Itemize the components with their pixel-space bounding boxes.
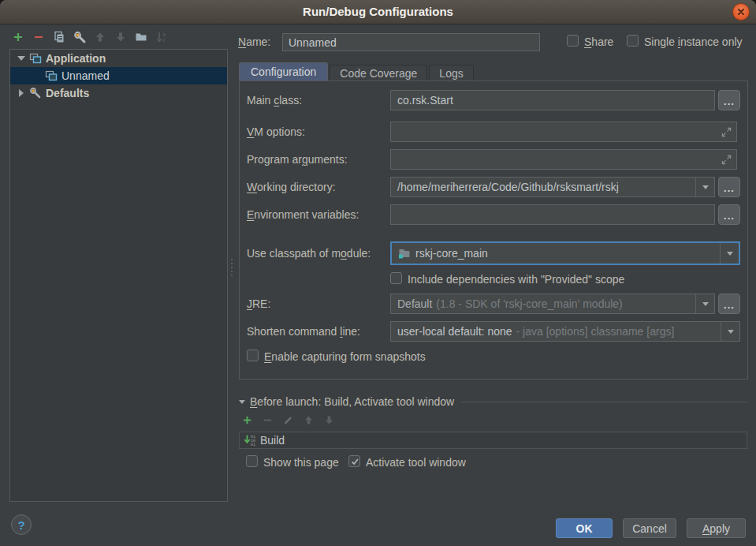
tab-logs[interactable]: Logs [429, 65, 473, 81]
show-this-page-label: Show this page [263, 456, 339, 469]
activate-tool-window-label: Activate tool window [366, 456, 466, 469]
titlebar[interactable]: Run/Debug Configurations [0, 0, 756, 24]
close-button[interactable] [732, 3, 750, 21]
defaults-wrench-icon [29, 87, 42, 99]
dropdown-arrow[interactable] [720, 243, 739, 264]
vm-options-field[interactable] [390, 122, 737, 142]
vm-options-label: VM options: [247, 125, 305, 138]
remove-task-button[interactable] [261, 413, 274, 426]
show-this-page-checkbox[interactable] [246, 455, 258, 467]
copy-configuration-button[interactable] [52, 30, 66, 44]
question-mark-icon: ? [17, 518, 24, 532]
checkmark-icon [350, 457, 359, 466]
before-launch-toolbar [240, 413, 335, 426]
plus-icon [13, 32, 24, 43]
environment-variables-field[interactable] [390, 204, 715, 225]
svg-text:01: 01 [251, 443, 255, 447]
sort-alphabetically-icon: a z [155, 31, 168, 43]
shorten-command-line-value: user-local default: none [397, 325, 512, 338]
jre-combobox[interactable]: Default (1.8 - SDK of 'rskj-core_main' m… [390, 294, 715, 314]
main-class-field[interactable]: co.rsk.Start [390, 90, 715, 110]
tree-item-application[interactable]: Application [10, 50, 227, 67]
working-directory-value: /home/meriherrera/Code/Github/rsksmart/r… [397, 181, 619, 193]
add-configuration-button[interactable] [11, 30, 25, 44]
sort-configurations-button[interactable]: a z [155, 30, 169, 44]
shorten-command-line-label: Shorten command line: [247, 325, 360, 338]
tree-item-label: Defaults [46, 87, 89, 99]
move-down-button[interactable] [114, 30, 128, 44]
sidebar-toolbar: a z [11, 30, 169, 44]
expand-arrow-icon[interactable] [17, 89, 26, 97]
help-button[interactable]: ? [11, 514, 32, 535]
use-classpath-value: rskj-core_main [415, 247, 488, 260]
collapse-arrow-icon[interactable] [17, 56, 26, 61]
use-classpath-combobox[interactable]: rskj-core_main [390, 241, 740, 265]
chevron-down-icon [702, 185, 709, 189]
expand-field-icon[interactable] [721, 155, 732, 165]
module-icon [398, 247, 411, 260]
run-debug-configurations-dialog: Run/Debug Configurations [0, 0, 756, 546]
settings-tabs: Configuration Code Coverage Logs [239, 62, 474, 81]
apply-button[interactable]: Apply [687, 518, 746, 538]
divider [461, 402, 747, 402]
share-label: Share [584, 36, 613, 48]
expand-field-icon[interactable] [721, 127, 732, 137]
tab-code-coverage[interactable]: Code Coverage [330, 65, 427, 81]
edit-task-button[interactable] [281, 413, 294, 426]
share-checkbox[interactable] [567, 35, 579, 47]
name-input[interactable] [282, 33, 540, 51]
enable-snapshots-checkbox[interactable] [247, 350, 259, 361]
folder-icon [135, 31, 147, 43]
before-launch-header[interactable]: Before launch: Build, Activate tool wind… [239, 395, 747, 408]
chevron-down-icon [727, 252, 733, 256]
application-icon [29, 52, 42, 65]
copy-icon [53, 31, 65, 43]
use-classpath-label: Use classpath of module: [247, 247, 371, 260]
wrench-icon [73, 31, 87, 44]
tree-item-label: Unnamed [61, 69, 110, 82]
collapse-arrow-icon [239, 400, 245, 404]
working-directory-combobox[interactable]: /home/meriherrera/Code/Github/rsksmart/r… [390, 177, 715, 197]
single-instance-label: Single instance only [644, 36, 743, 48]
working-directory-browse-button[interactable]: ... [718, 177, 740, 197]
close-icon [737, 8, 745, 16]
cancel-button[interactable]: Cancel [623, 518, 676, 538]
svg-text:z: z [162, 37, 166, 43]
jre-hint: (1.8 - SDK of 'rskj-core_main' module) [436, 297, 622, 310]
jre-value: Default [397, 297, 432, 310]
include-provided-label: Include dependencies with "Provided" sco… [408, 273, 624, 286]
add-task-button[interactable] [240, 413, 253, 426]
single-instance-checkbox[interactable] [627, 35, 639, 47]
environment-variables-browse-button[interactable]: ... [718, 204, 740, 225]
minus-icon [33, 32, 44, 43]
chevron-down-icon [728, 330, 734, 334]
move-up-button[interactable] [93, 30, 107, 44]
dropdown-arrow[interactable] [695, 294, 714, 313]
configurations-tree: Application Unnamed Defaults [9, 49, 228, 502]
tab-configuration[interactable]: Configuration [239, 62, 328, 81]
environment-variables-label: Environment variables: [247, 208, 359, 221]
move-task-up-button[interactable] [302, 413, 315, 426]
new-folder-button[interactable] [134, 30, 148, 44]
dropdown-arrow[interactable] [721, 322, 739, 341]
splitter-handle[interactable] [229, 259, 233, 281]
tree-item-defaults[interactable]: Defaults [10, 84, 227, 102]
jre-browse-button[interactable]: ... [718, 294, 740, 314]
tree-item-unnamed[interactable]: Unnamed [10, 67, 227, 84]
program-arguments-field[interactable] [390, 149, 737, 170]
minus-icon [263, 415, 273, 425]
shorten-command-line-combobox[interactable]: user-local default: none - java [options… [390, 321, 740, 342]
jre-label: JRE: [247, 297, 270, 310]
remove-configuration-button[interactable] [32, 30, 46, 44]
shorten-command-line-hint: - java [options] classname [args] [516, 325, 675, 338]
edit-defaults-button[interactable] [73, 30, 87, 44]
tree-item-label: Application [46, 52, 106, 65]
main-class-browse-button[interactable]: ... [718, 90, 740, 110]
dropdown-arrow[interactable] [695, 178, 714, 196]
pencil-icon [283, 415, 293, 425]
ok-button[interactable]: OK [556, 518, 613, 538]
before-launch-task-build[interactable]: 01 10 01 Build [239, 432, 747, 449]
activate-tool-window-checkbox[interactable] [348, 455, 360, 467]
move-task-down-button[interactable] [322, 413, 335, 426]
include-provided-checkbox[interactable] [390, 272, 402, 284]
